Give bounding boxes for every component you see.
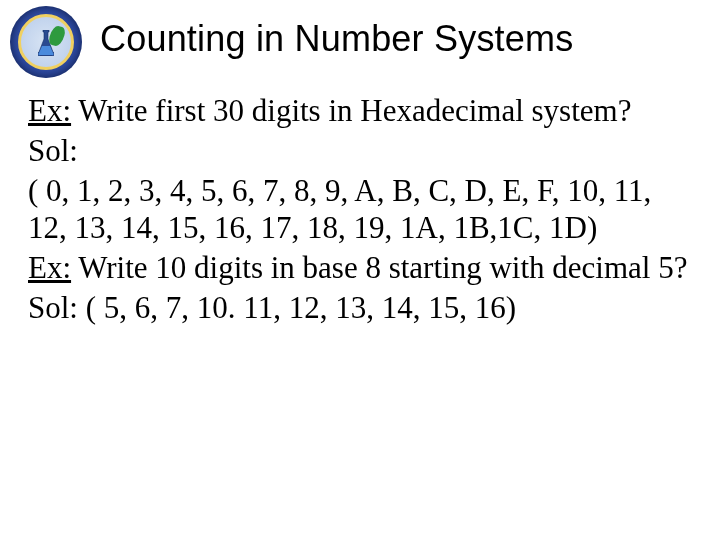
institution-logo	[10, 6, 82, 78]
ex-label: Ex:	[28, 93, 71, 128]
example-1-answer: ( 0, 1, 2, 3, 4, 5, 6, 7, 8, 9, A, B, C,…	[28, 172, 690, 248]
ex-label: Ex:	[28, 250, 71, 285]
example-2-question: Write 10 digits in base 8 starting with …	[71, 250, 687, 285]
slide-title: Counting in Number Systems	[100, 18, 680, 60]
example-2-answer: Sol: ( 5, 6, 7, 10. 11, 12, 13, 14, 15, …	[28, 289, 690, 327]
example-2: Ex: Write 10 digits in base 8 starting w…	[28, 249, 690, 287]
example-1: Ex: Write first 30 digits in Hexadecimal…	[28, 92, 690, 130]
sol-label-1: Sol:	[28, 132, 690, 170]
slide: Counting in Number Systems Ex: Write fir…	[0, 0, 720, 540]
slide-body: Ex: Write first 30 digits in Hexadecimal…	[28, 92, 690, 329]
example-1-question: Write first 30 digits in Hexadecimal sys…	[71, 93, 631, 128]
